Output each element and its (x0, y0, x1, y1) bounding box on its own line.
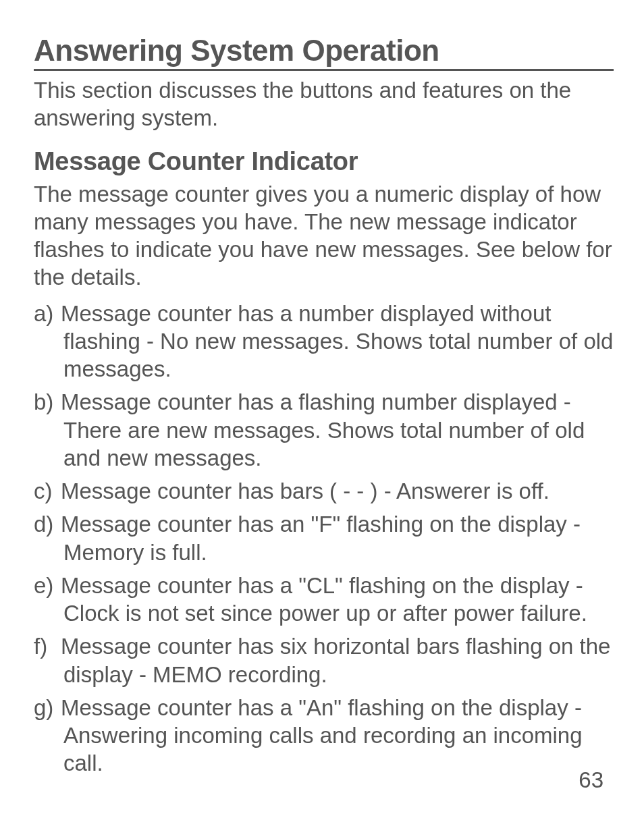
list-marker: b) (34, 388, 61, 416)
page-number: 63 (579, 767, 603, 793)
section-intro-paragraph: This section discusses the buttons and f… (34, 76, 614, 132)
list-marker: e) (34, 572, 61, 599)
list-marker: d) (34, 510, 61, 538)
list-marker: a) (34, 300, 61, 327)
subsection-intro-paragraph: The message counter gives you a numeric … (34, 180, 614, 292)
list-text: Message counter has a number displayed w… (61, 301, 613, 382)
list-text: Message counter has an "F" flashing on t… (61, 512, 581, 564)
page-container: Answering System Operation This section … (0, 0, 644, 820)
list-marker: g) (34, 694, 61, 721)
list-item: c)Message counter has bars ( - - ) - Ans… (34, 477, 614, 505)
list-item: a)Message counter has a number displayed… (34, 300, 614, 383)
list-marker: c) (34, 477, 61, 505)
section-heading: Answering System Operation (34, 34, 614, 71)
list-text: Message counter has six horizontal bars … (61, 634, 610, 686)
list-text: Message counter has a "CL" flashing on t… (61, 573, 587, 626)
indicator-list: a)Message counter has a number displayed… (34, 300, 614, 777)
list-text: Message counter has a flashing number di… (61, 389, 585, 470)
list-item: b)Message counter has a flashing number … (34, 388, 614, 472)
list-text: Message counter has a "An" flashing on t… (61, 695, 583, 776)
list-marker: f) (34, 632, 61, 660)
list-item: f)Message counter has six horizontal bar… (34, 632, 614, 688)
subsection-heading: Message Counter Indicator (34, 147, 614, 176)
list-item: e)Message counter has a "CL" flashing on… (34, 572, 614, 628)
list-item: g)Message counter has a "An" flashing on… (34, 694, 614, 777)
list-text: Message counter has bars ( - - ) - Answe… (61, 479, 549, 503)
list-item: d)Message counter has an "F" flashing on… (34, 510, 614, 566)
